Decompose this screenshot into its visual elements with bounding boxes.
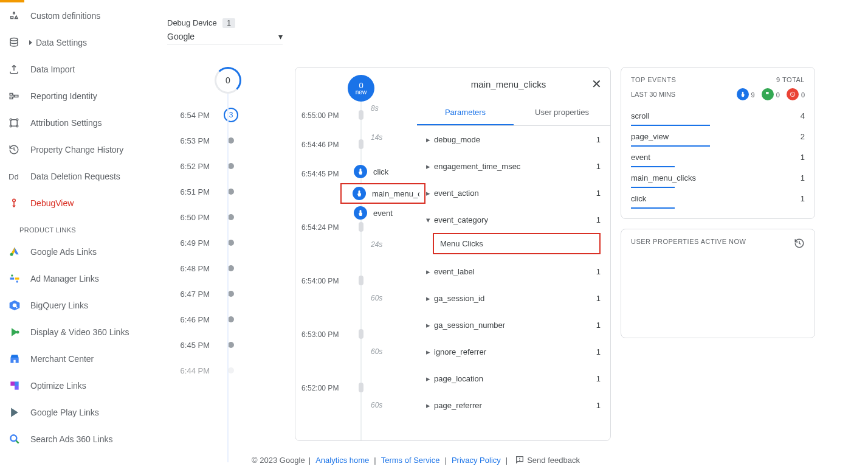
sidebar-item-label: Attribution Settings	[30, 118, 102, 128]
svg-point-13	[13, 199, 16, 202]
sidebar-item-label: BigQuery Links	[30, 301, 88, 310]
sidebar-item-google-play-links[interactable]: Google Play Links	[0, 399, 146, 426]
parameter-row[interactable]: ▸ignore_referrer1	[417, 338, 610, 365]
sidebar-item-bigquery-links[interactable]: BigQuery Links	[0, 292, 146, 319]
sidebar-item-data-import[interactable]: Data Import	[0, 56, 146, 83]
footer-link-tos[interactable]: Terms of Service	[381, 456, 440, 465]
chevron-right-icon: ▸	[422, 294, 434, 303]
top-events-total: 9 TOTAL	[776, 76, 805, 83]
minute-row[interactable]: 6:45 PM	[167, 332, 252, 358]
svg-rect-16	[10, 277, 15, 279]
parameter-row[interactable]: ▸engagement_time_msec1	[417, 153, 610, 179]
tab-user-properties[interactable]: User properties	[514, 100, 610, 125]
timeline-pill	[359, 329, 363, 339]
sidebar-item-reporting-identity[interactable]: Reporting Identity	[0, 83, 146, 109]
minute-row[interactable]: 6:49 PM	[167, 230, 252, 255]
minute-row[interactable]: 6:48 PM	[167, 255, 252, 281]
minute-row[interactable]: 6:54 PM3	[167, 102, 252, 128]
history-icon[interactable]	[794, 238, 805, 249]
touch-icon	[354, 206, 367, 220]
parameter-row[interactable]: ▸ga_session_id1	[417, 285, 610, 311]
sidebar-item-debugview[interactable]: DebugView	[0, 190, 146, 217]
parameter-value: 1	[596, 294, 601, 303]
timeline-event-event[interactable]: event	[354, 206, 393, 220]
minute-marker	[210, 214, 252, 220]
sidebar-item-google-ads-links[interactable]: Google Ads Links	[0, 238, 146, 265]
parameter-sub-value: Menu Clicks	[433, 233, 601, 254]
parameter-row[interactable]: ▸page_referrer1	[417, 392, 610, 419]
touch-icon	[737, 88, 749, 100]
sidebar-item-label: Data Deletion Requests	[30, 172, 120, 181]
minute-time: 6:54 PM	[167, 111, 210, 120]
footer-link-home[interactable]: Analytics home	[315, 456, 369, 465]
minute-time: 6:50 PM	[167, 213, 210, 222]
sidebar-item-attribution-settings[interactable]: Attribution Settings	[0, 109, 146, 136]
sidebar-item-data-deletion-requests[interactable]: Dd Data Deletion Requests	[0, 163, 146, 190]
sidebar-item-ad-manager-links[interactable]: Ad Manager Links	[0, 265, 146, 292]
tab-parameters[interactable]: Parameters	[417, 100, 514, 125]
parameters-list[interactable]: ▸debug_mode1▸engagement_time_msec1▸event…	[417, 126, 610, 440]
merchant-center-icon	[9, 353, 30, 365]
top-event-row[interactable]: click1	[631, 189, 805, 207]
seconds-new-marker[interactable]: 0 new	[348, 75, 374, 102]
sidebar-item-search-ads-360-links[interactable]: Search Ads 360 Links	[0, 426, 146, 453]
minute-row[interactable]: 6:46 PM	[167, 307, 252, 332]
sidebar-item-label: Data Settings	[36, 38, 87, 47]
second-time: 6:54:24 PM	[301, 223, 339, 232]
sidebar-item-optimize-links[interactable]: Optimize Links	[0, 372, 146, 399]
svg-point-9	[10, 119, 12, 120]
top-event-row[interactable]: scroll4	[631, 106, 805, 125]
parameter-row[interactable]: ▸page_location1	[417, 365, 610, 392]
top-event-row[interactable]: main_menu_clicks1	[631, 168, 805, 187]
timeline-pill	[359, 139, 363, 149]
count-error: 0	[801, 91, 805, 99]
sidebar-item-label: Ad Manager Links	[30, 274, 99, 283]
parameter-row[interactable]: ▸debug_mode1	[417, 126, 610, 153]
svg-point-3	[10, 38, 18, 41]
parameter-row[interactable]: ▸ga_session_number1	[417, 311, 610, 338]
minute-row[interactable]: 6:44 PM	[167, 358, 252, 383]
parameter-key: ignore_referrer	[434, 347, 596, 356]
debug-device-header: Debug Device 1	[167, 18, 832, 28]
sidebar-item-merchant-center[interactable]: Merchant Center	[0, 346, 146, 372]
parameter-key: event_label	[434, 267, 596, 276]
minutes-top-marker[interactable]: 0	[215, 67, 241, 94]
top-event-row[interactable]: event1	[631, 148, 805, 166]
sidebar-item-label: Data Import	[30, 64, 75, 74]
device-selector[interactable]: Google ▾	[167, 32, 283, 44]
sidebar-item-property-change-history[interactable]: Property Change History	[0, 136, 146, 163]
minute-row[interactable]: 6:53 PM	[167, 128, 252, 153]
svg-rect-17	[15, 277, 19, 279]
top-event-row[interactable]: page_view2	[631, 127, 805, 145]
parameter-row[interactable]: ▸event_action1	[417, 179, 610, 206]
minute-row[interactable]: 6:50 PM	[167, 204, 252, 230]
chevron-right-icon: ▸	[422, 374, 434, 383]
minute-row[interactable]: 6:52 PM	[167, 153, 252, 179]
parameter-key: page_referrer	[434, 401, 596, 410]
second-gap: 24s	[371, 240, 382, 249]
second-time: 6:53:00 PM	[301, 330, 339, 339]
sidebar-item-label: Search Ads 360 Links	[30, 434, 112, 444]
feedback-link[interactable]: Send feedback	[515, 455, 580, 465]
timeline-pill	[359, 276, 363, 285]
feedback-label: Send feedback	[527, 456, 580, 465]
sidebar-item-custom-definitions[interactable]: Custom definitions	[0, 2, 146, 29]
minute-row[interactable]: 6:51 PM	[167, 179, 252, 204]
sidebar-item-dv360-links[interactable]: Display & Video 360 Links	[0, 319, 146, 346]
timeline-event-main-menu[interactable]: main_menu_c	[340, 183, 425, 204]
bigquery-icon	[9, 299, 30, 311]
parameter-row[interactable]: ▾event_category1	[417, 206, 610, 233]
flag-icon	[762, 88, 774, 100]
footer-link-privacy[interactable]: Privacy Policy	[452, 456, 501, 465]
top-event-bar	[631, 207, 675, 209]
svg-rect-27	[10, 381, 15, 386]
svg-line-8	[13, 96, 15, 98]
timeline-event-click[interactable]: click	[354, 165, 388, 178]
parameter-row[interactable]: ▸event_label1	[417, 258, 610, 285]
sidebar-item-label: Merchant Center	[30, 354, 94, 364]
sidebar-item-data-settings[interactable]: Data Settings	[0, 29, 146, 56]
seconds-panel: 0 new 6:55:00 PM8s6:54:46 PM14s6:54:45 P…	[295, 67, 611, 441]
minute-marker: 3	[210, 108, 252, 122]
minute-row[interactable]: 6:47 PM	[167, 281, 252, 307]
close-icon[interactable]: ✕	[591, 77, 602, 91]
